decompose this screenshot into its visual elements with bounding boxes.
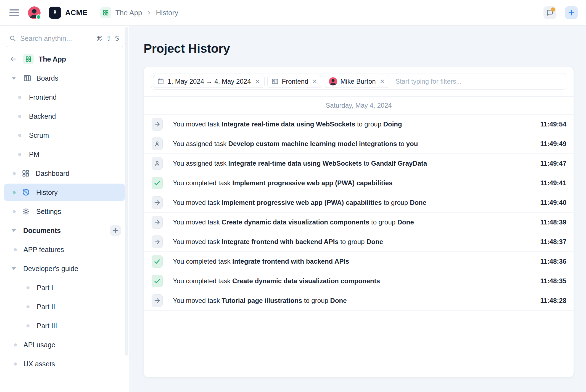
plus-icon [568, 9, 575, 16]
sidebar-item-pm[interactable]: PM [4, 145, 125, 163]
sidebar-scrollbar[interactable] [125, 27, 128, 356]
caret-down-icon[interactable] [12, 77, 16, 80]
remove-filter-button[interactable] [379, 78, 385, 84]
sidebar-item-part-i[interactable]: Part I [4, 279, 125, 296]
add-document-button[interactable] [110, 225, 121, 236]
sidebar-item-label: Developer's guide [23, 265, 78, 273]
app-root: ACME The App History [0, 0, 586, 392]
chevron-right-icon [146, 10, 152, 15]
online-status-dot [36, 14, 41, 20]
sidebar-item-scrum[interactable]: Scrum [4, 126, 125, 144]
filter-chip-frontend[interactable]: Frontend [267, 75, 322, 88]
create-new-button[interactable] [565, 6, 578, 19]
history-row-text: You moved task Create dynamic data visua… [173, 218, 414, 226]
check-icon [152, 275, 163, 287]
history-row-text: You moved task Tutorial page illustratio… [173, 297, 347, 304]
sidebar-item-dashboard[interactable]: Dashboard [4, 165, 125, 182]
sidebar-item-api-usage[interactable]: API usage [4, 336, 125, 354]
history-row[interactable]: You moved task Create dynamic data visua… [144, 213, 574, 232]
history-row[interactable]: You moved task Integrate real-time data … [144, 115, 574, 134]
history-row[interactable]: You assigned task Develop custom machine… [144, 134, 574, 154]
search-icon [9, 35, 16, 42]
row-timestamp: 11:49:41 [540, 179, 566, 187]
workspace-name: ACME [65, 9, 88, 17]
board-icon [271, 78, 279, 85]
chat-button[interactable] [543, 6, 556, 19]
topbar-actions [543, 6, 578, 19]
history-row[interactable]: You completed task Implement progressive… [144, 173, 574, 193]
sidebar-item-boards[interactable]: Boards [4, 69, 125, 87]
sidebar-item-label: Scrum [29, 131, 49, 139]
sidebar-item-backend[interactable]: Backend [4, 107, 125, 125]
topbar: ACME The App History [0, 0, 586, 26]
bullet-dot [14, 248, 17, 251]
sidebar-item-label: API usage [23, 341, 55, 349]
filter-bar[interactable]: 1, May 2024 → 4, May 2024FrontendMike Bu… [151, 73, 566, 90]
sidebar-item-label: Frontend [29, 93, 57, 101]
sidebar-item-label: Backend [29, 112, 56, 120]
sidebar-item-label: Dashboard [36, 169, 69, 178]
bullet-dot [27, 324, 30, 327]
sidebar-item-ux-assets[interactable]: UX assets [4, 355, 125, 373]
rocket-icon [51, 9, 59, 16]
sidebar-item-history[interactable]: History [4, 184, 125, 201]
user-avatar [329, 77, 337, 86]
remove-filter-button[interactable] [312, 78, 318, 84]
back-arrow-icon[interactable] [9, 55, 17, 63]
caret-down-icon[interactable] [12, 229, 16, 232]
history-icon [22, 188, 30, 197]
sidebar-item-developer-s-guide[interactable]: Developer's guide [4, 260, 125, 277]
sidebar-item-settings[interactable]: Settings [4, 203, 125, 220]
sidebar-item-label: Part II [37, 303, 55, 311]
filter-chip-label: Mike Burton [340, 78, 376, 85]
user-icon [152, 137, 163, 150]
remove-filter-button[interactable] [254, 78, 260, 84]
page-title: Project History [144, 41, 586, 56]
gear-icon [22, 207, 30, 216]
history-row[interactable]: You completed task Create dynamic data v… [144, 271, 574, 291]
bullet-dot [14, 362, 17, 365]
history-row-text: You assigned task Integrate real-time da… [173, 160, 427, 167]
filter-chip-mike-burton[interactable]: Mike Burton [325, 75, 389, 88]
sidebar-item-app-features[interactable]: APP features [4, 241, 125, 258]
main-content: Project History 1, May 2024 → 4, May 202… [129, 25, 586, 392]
history-row[interactable]: You moved task Integrate frontend with b… [144, 232, 574, 252]
boards-icon [23, 74, 31, 82]
sidebar-item-label: Part I [37, 284, 53, 292]
caret-down-icon[interactable] [12, 267, 16, 270]
history-row[interactable]: You completed task Integrate frontend wi… [144, 252, 574, 271]
history-row[interactable]: You moved task Implement progressive web… [144, 193, 574, 213]
date-header: Saturday, May 4, 2024 [144, 96, 574, 115]
filter-input[interactable] [395, 77, 564, 86]
search-input[interactable] [20, 34, 93, 43]
hamburger-menu-button[interactable] [8, 7, 20, 19]
breadcrumb-app[interactable]: The App [115, 9, 142, 17]
bullet-dot [18, 115, 21, 118]
history-row[interactable]: You assigned task Integrate real-time da… [144, 154, 574, 173]
user-icon [152, 157, 163, 170]
search-box[interactable]: ⌘ ⇧ S [4, 30, 125, 47]
bullet-dot [27, 286, 30, 289]
sidebar-item-part-iii[interactable]: Part III [4, 317, 125, 335]
sidebar: ⌘ ⇧ S The AppBoardsFrontendBackendScrumP… [0, 25, 129, 392]
bullet-dot [18, 96, 21, 99]
sidebar-item-frontend[interactable]: Frontend [4, 88, 125, 106]
row-timestamp: 11:49:47 [540, 160, 566, 167]
history-row-text: You completed task Implement progressive… [173, 179, 392, 187]
sidebar-item-label: Documents [23, 227, 61, 235]
sidebar-item-documents[interactable]: Documents [4, 222, 125, 239]
filter-chip-1-may-2024-4-may-2024[interactable]: 1, May 2024 → 4, May 2024 [153, 75, 265, 88]
filter-chip-label: 1, May 2024 → 4, May 2024 [168, 78, 251, 85]
row-timestamp: 11:49:54 [540, 120, 566, 128]
sidebar-nav: The AppBoardsFrontendBackendScrumPMDashb… [4, 50, 125, 374]
user-avatar[interactable] [28, 6, 41, 19]
sidebar-item-label: Boards [36, 74, 58, 82]
workspace-logo[interactable] [49, 7, 61, 19]
arrow-right-icon [152, 196, 163, 209]
app-grid-icon [23, 54, 34, 64]
sidebar-item-label: The App [39, 55, 66, 63]
sidebar-item-the-app[interactable]: The App [4, 50, 125, 68]
sidebar-item-part-ii[interactable]: Part II [4, 298, 125, 316]
bullet-dot [18, 134, 21, 137]
history-row[interactable]: You moved task Tutorial page illustratio… [144, 291, 574, 311]
